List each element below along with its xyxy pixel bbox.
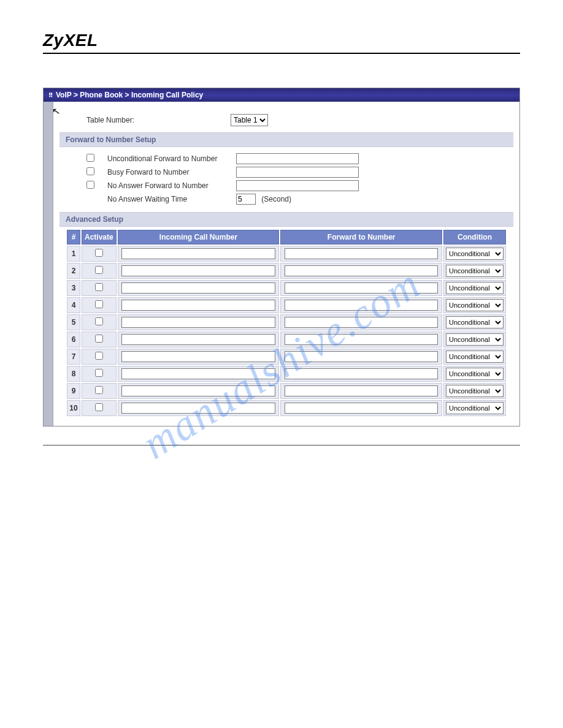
row-incoming-input[interactable] (121, 265, 275, 276)
brand-divider (43, 53, 520, 54)
sidebar-sliver (44, 102, 53, 426)
row-forward-cell (280, 366, 442, 382)
row-forward-cell (280, 246, 442, 262)
th-forward: Forward to Number (280, 230, 442, 245)
row-forward-input[interactable] (285, 368, 439, 379)
row-activate-checkbox[interactable] (95, 352, 103, 360)
config-panel: ⠿ VoIP > Phone Book > Incoming Call Poli… (43, 88, 520, 427)
noanswer-wait-unit: (Second) (261, 195, 291, 203)
row-incoming-input[interactable] (121, 248, 275, 259)
row-incoming-input[interactable] (121, 403, 275, 414)
th-incoming: Incoming Call Number (118, 230, 280, 245)
row-forward-input[interactable] (285, 300, 439, 311)
row-condition-cell: Unconditional (443, 349, 506, 365)
row-incoming-input[interactable] (121, 282, 275, 294)
row-activate-cell (82, 383, 117, 399)
unconditional-forward-checkbox[interactable] (86, 154, 94, 162)
row-condition-cell: Unconditional (443, 314, 506, 330)
row-condition-select[interactable]: Unconditional (446, 333, 504, 346)
row-forward-input[interactable] (285, 265, 439, 276)
row-index: 3 (67, 280, 80, 296)
row-index: 10 (67, 400, 80, 416)
row-forward-cell (280, 349, 442, 365)
row-incoming-input[interactable] (121, 334, 275, 345)
table-row: 9Unconditional (67, 383, 506, 399)
table-row: 3Unconditional (67, 280, 506, 296)
row-forward-input[interactable] (285, 282, 439, 294)
row-incoming-input[interactable] (121, 300, 275, 311)
row-forward-input[interactable] (285, 403, 439, 414)
advanced-table: # Activate Incoming Call Number Forward … (66, 229, 507, 417)
row-activate-cell (82, 314, 117, 330)
row-condition-cell: Unconditional (443, 280, 506, 296)
busy-forward-input[interactable] (236, 167, 359, 178)
row-condition-cell: Unconditional (443, 383, 506, 399)
row-condition-select[interactable]: Unconditional (446, 351, 504, 363)
row-index: 8 (67, 366, 80, 382)
row-activate-cell (82, 297, 117, 313)
unconditional-forward-label: Unconditional Forward to Number (107, 154, 236, 163)
advanced-section-header: Advanced Setup (59, 212, 513, 227)
row-activate-checkbox[interactable] (95, 386, 103, 394)
brand-logo: ZyXEL (43, 31, 520, 50)
table-row: 4Unconditional (67, 297, 506, 313)
row-activate-checkbox[interactable] (95, 335, 103, 343)
row-forward-cell (280, 280, 442, 296)
row-activate-checkbox[interactable] (95, 300, 103, 308)
row-forward-cell (280, 263, 442, 279)
row-activate-cell (82, 366, 117, 382)
row-condition-cell: Unconditional (443, 400, 506, 416)
th-activate: Activate (82, 230, 117, 245)
row-activate-checkbox[interactable] (95, 369, 103, 377)
row-incoming-input[interactable] (121, 385, 275, 396)
row-incoming-input[interactable] (121, 351, 275, 362)
unconditional-forward-input[interactable] (236, 153, 359, 164)
noanswer-forward-input[interactable] (236, 180, 359, 191)
row-forward-cell (280, 383, 442, 399)
row-activate-cell (82, 280, 117, 296)
row-incoming-cell (118, 280, 280, 296)
table-number-select[interactable]: Table 1 (231, 114, 268, 126)
row-activate-cell (82, 349, 117, 365)
row-condition-select[interactable]: Unconditional (446, 299, 504, 311)
breadcrumb-bar: ⠿ VoIP > Phone Book > Incoming Call Poli… (44, 88, 519, 102)
row-condition-select[interactable]: Unconditional (446, 385, 504, 397)
breadcrumb-text: VoIP > Phone Book > Incoming Call Policy (56, 91, 203, 99)
row-condition-select[interactable]: Unconditional (446, 402, 504, 414)
row-incoming-cell (118, 366, 280, 382)
row-activate-checkbox[interactable] (95, 249, 103, 257)
row-incoming-cell (118, 263, 280, 279)
row-activate-checkbox[interactable] (95, 403, 103, 411)
row-activate-checkbox[interactable] (95, 266, 103, 274)
breadcrumb-icon: ⠿ (48, 92, 52, 99)
row-condition-select[interactable]: Unconditional (446, 368, 504, 380)
row-activate-cell (82, 246, 117, 262)
row-incoming-cell (118, 349, 280, 365)
table-number-label: Table Number: (86, 116, 231, 124)
busy-forward-checkbox[interactable] (86, 167, 94, 175)
row-forward-input[interactable] (285, 248, 439, 259)
row-index: 9 (67, 383, 80, 399)
noanswer-wait-input[interactable] (236, 194, 256, 205)
row-condition-select[interactable]: Unconditional (446, 282, 504, 294)
row-forward-input[interactable] (285, 385, 439, 396)
row-activate-checkbox[interactable] (95, 317, 103, 325)
row-activate-checkbox[interactable] (95, 283, 103, 291)
row-forward-input[interactable] (285, 334, 439, 345)
row-index: 5 (67, 314, 80, 330)
row-forward-input[interactable] (285, 317, 439, 328)
th-condition: Condition (443, 230, 506, 245)
row-condition-select[interactable]: Unconditional (446, 316, 504, 328)
row-forward-input[interactable] (285, 351, 439, 362)
noanswer-wait-label: No Answer Waiting Time (107, 195, 236, 203)
row-condition-select[interactable]: Unconditional (446, 265, 504, 277)
row-condition-cell: Unconditional (443, 332, 506, 347)
row-incoming-cell (118, 297, 280, 313)
row-activate-cell (82, 400, 117, 416)
row-incoming-cell (118, 246, 280, 262)
row-incoming-input[interactable] (121, 317, 275, 328)
noanswer-forward-checkbox[interactable] (86, 181, 94, 189)
row-incoming-input[interactable] (121, 368, 275, 379)
row-condition-select[interactable]: Unconditional (446, 248, 504, 260)
row-incoming-cell (118, 400, 280, 416)
